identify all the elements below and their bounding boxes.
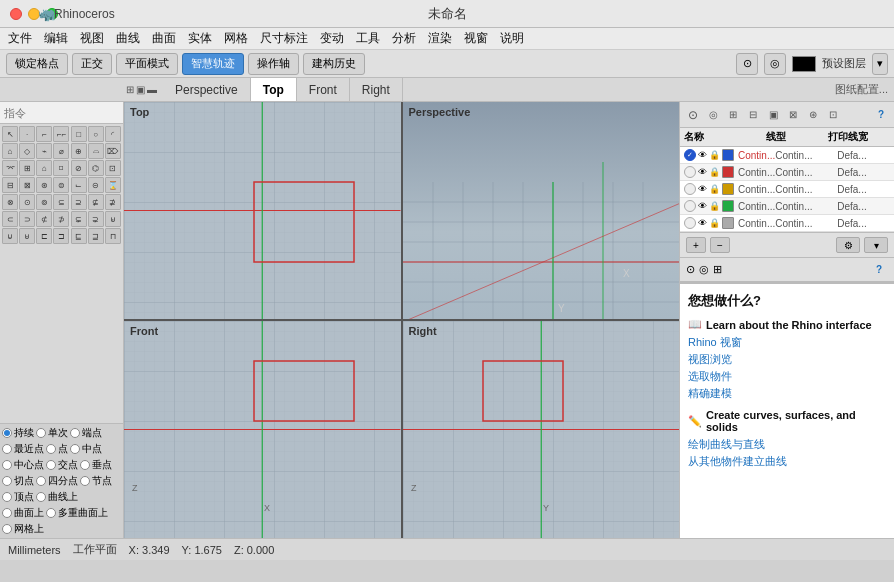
layer-5-check[interactable] [684, 217, 696, 229]
tool-13[interactable]: ⊘ [71, 160, 87, 176]
osnap-tan[interactable]: 切点 [2, 474, 34, 488]
tab-top[interactable]: Top [251, 78, 297, 101]
layer-icon-6[interactable]: ⊠ [784, 106, 802, 124]
command-input[interactable] [0, 102, 123, 124]
menu-curve[interactable]: 曲线 [116, 30, 140, 47]
help-link-from-objects[interactable]: 从其他物件建立曲线 [688, 454, 886, 469]
osnap-mid-radio[interactable] [70, 444, 80, 454]
layer-row-5[interactable]: 👁 🔒 Contin... Contin... Defa... [680, 215, 894, 232]
layer-4-check[interactable] [684, 200, 696, 212]
tool-19[interactable]: ⊜ [53, 177, 69, 193]
layer-3-check[interactable] [684, 183, 696, 195]
menu-solid[interactable]: 实体 [188, 30, 212, 47]
tool-30[interactable]: ⊂ [2, 211, 18, 227]
osnap-near[interactable]: 最近点 [2, 442, 44, 456]
layer-icon-7[interactable]: ⊛ [804, 106, 822, 124]
layer-4-eye[interactable]: 👁 [698, 201, 707, 211]
osnap-perp-radio[interactable] [80, 460, 90, 470]
viewport-right[interactable]: Right Z Y [403, 321, 680, 538]
osnap-onpolysrf-radio[interactable] [46, 508, 56, 518]
tool-16[interactable]: ⊟ [2, 177, 18, 193]
tool-31[interactable]: ⊃ [19, 211, 35, 227]
tool-26[interactable]: ⊆ [53, 194, 69, 210]
tool-8[interactable]: ⌦ [105, 143, 121, 159]
tab-right[interactable]: Right [350, 78, 403, 101]
tool-10[interactable]: ⊞ [19, 160, 35, 176]
osnap-continuous[interactable]: 持续 [2, 426, 34, 440]
osnap-oncurve[interactable]: 曲线上 [36, 490, 78, 504]
layer-icon-4[interactable]: ⊟ [744, 106, 762, 124]
tool-21[interactable]: ⊝ [88, 177, 104, 193]
tool-11[interactable]: ⌂ [36, 160, 52, 176]
layer-5-lock[interactable]: 🔒 [709, 218, 720, 228]
tool-25[interactable]: ⊚ [36, 194, 52, 210]
menu-transform[interactable]: 变动 [320, 30, 344, 47]
osnap-int[interactable]: 交点 [46, 458, 78, 472]
osnap-onpolysrf[interactable]: 多重曲面上 [46, 506, 108, 520]
viewport-top[interactable]: Top [124, 102, 401, 319]
osnap-vertex-radio[interactable] [2, 492, 12, 502]
layer-1-eye[interactable]: 👁 [698, 150, 707, 160]
tool-34[interactable]: ⊊ [71, 211, 87, 227]
tool-39[interactable]: ⊏ [36, 228, 52, 244]
tool-rect[interactable]: □ [71, 126, 87, 142]
layer-2-check[interactable] [684, 166, 696, 178]
build-history-btn[interactable]: 建构历史 [303, 53, 365, 75]
layer-5-color[interactable] [722, 217, 734, 229]
tool-41[interactable]: ⊑ [71, 228, 87, 244]
ortho-btn[interactable]: 正交 [72, 53, 112, 75]
help-link-rhino-windows[interactable]: Rhino 视窗 [688, 335, 886, 350]
layer-settings-btn[interactable]: ⚙ [836, 237, 860, 253]
osnap-perp[interactable]: 垂点 [80, 458, 112, 472]
tool-29[interactable]: ⊉ [105, 194, 121, 210]
tab-front[interactable]: Front [297, 78, 350, 101]
snap-circle-btn[interactable]: ⊙ [736, 53, 758, 75]
layer-row-1[interactable]: ✓ 👁 🔒 Contin... Contin... Defa... [680, 147, 894, 164]
osnap-tan-radio[interactable] [2, 476, 12, 486]
layer-row-4[interactable]: 👁 🔒 Contin... Contin... Defa... [680, 198, 894, 215]
menu-mesh[interactable]: 网格 [224, 30, 248, 47]
close-button[interactable] [10, 8, 22, 20]
layer-icon-3[interactable]: ⊞ [724, 106, 742, 124]
layer-2-color[interactable] [722, 166, 734, 178]
help-link-view-nav[interactable]: 视图浏览 [688, 352, 886, 367]
plane-mode-btn[interactable]: 平面模式 [116, 53, 178, 75]
layer-icon-2[interactable]: ◎ [704, 106, 722, 124]
osnap-quad-radio[interactable] [36, 476, 46, 486]
layer-1-check[interactable]: ✓ [684, 149, 696, 161]
tool-6[interactable]: ⊕ [71, 143, 87, 159]
layer-help-btn[interactable]: ? [872, 106, 890, 124]
tool-33[interactable]: ⊅ [53, 211, 69, 227]
help-link-precise[interactable]: 精确建模 [688, 386, 886, 401]
tool-14[interactable]: ⌬ [88, 160, 104, 176]
tool-3[interactable]: ◇ [19, 143, 35, 159]
layer-2-lock[interactable]: 🔒 [709, 167, 720, 177]
menu-edit[interactable]: 编辑 [44, 30, 68, 47]
layer-2-eye[interactable]: 👁 [698, 167, 707, 177]
tool-circle[interactable]: ○ [88, 126, 104, 142]
layer-icon-5[interactable]: ▣ [764, 106, 782, 124]
osnap-point-radio[interactable] [46, 444, 56, 454]
layer-3-color[interactable] [722, 183, 734, 195]
osnap-onsrf[interactable]: 曲面上 [2, 506, 44, 520]
tool-22[interactable]: ⌛ [105, 177, 121, 193]
lock-grid-btn[interactable]: 锁定格点 [6, 53, 68, 75]
osnap-center[interactable]: 中心点 [2, 458, 44, 472]
tool-42[interactable]: ⊒ [88, 228, 104, 244]
tab-perspective[interactable]: Perspective [163, 78, 251, 101]
tool-35[interactable]: ⊋ [88, 211, 104, 227]
osnap-end[interactable]: 端点 [70, 426, 102, 440]
osnap-near-radio[interactable] [2, 444, 12, 454]
osnap-oncurve-radio[interactable] [36, 492, 46, 502]
layer-5-eye[interactable]: 👁 [698, 218, 707, 228]
menu-surface[interactable]: 曲面 [152, 30, 176, 47]
layer-remove-btn[interactable]: − [710, 237, 730, 253]
op-axis-btn[interactable]: 操作轴 [248, 53, 299, 75]
help-link-curves[interactable]: 绘制曲线与直线 [688, 437, 886, 452]
osnap-mid[interactable]: 中点 [70, 442, 102, 456]
menu-view[interactable]: 视图 [80, 30, 104, 47]
menu-viewport[interactable]: 视窗 [464, 30, 488, 47]
menu-help[interactable]: 说明 [500, 30, 524, 47]
layer-icon-8[interactable]: ⊡ [824, 106, 842, 124]
menu-dim[interactable]: 尺寸标注 [260, 30, 308, 47]
